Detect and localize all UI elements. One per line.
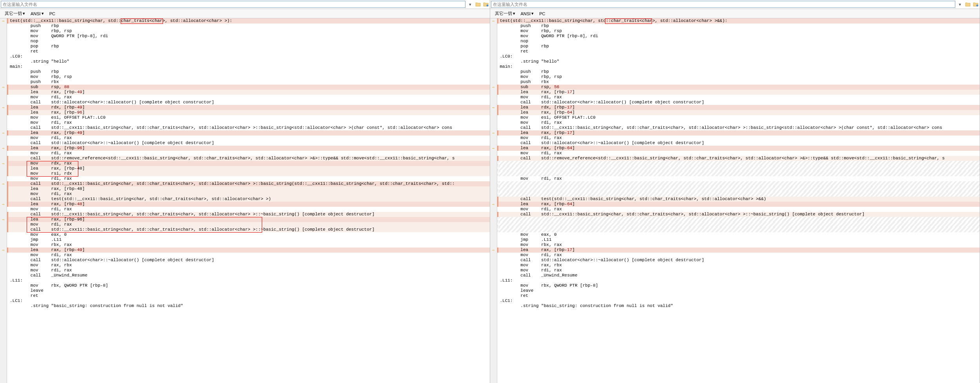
code-line[interactable]: mov rdi, rax (497, 95, 980, 100)
code-line[interactable]: mov rdi, rax (7, 207, 490, 212)
code-line[interactable]: call std::allocator<char>::allocator() [… (497, 100, 980, 105)
code-line[interactable] (497, 171, 980, 176)
code-line[interactable]: lea rdx, [rbp-49] (7, 105, 490, 110)
code-line[interactable]: .L11: (7, 278, 490, 283)
code-line[interactable]: .string "hello" (497, 59, 980, 64)
filename-input-left[interactable] (1, 1, 466, 8)
code-line[interactable]: test(std::__cxx11::basic_string<char, st… (7, 18, 490, 23)
code-line[interactable]: push rbp (497, 69, 980, 74)
code-line[interactable]: lea rax, [rbp-96] (7, 217, 490, 222)
code-line[interactable] (497, 186, 980, 192)
code-line[interactable]: lea rax, [rbp-49] (7, 130, 490, 135)
code-line[interactable]: mov rax, rbx (7, 263, 490, 268)
code-line[interactable]: ret (7, 293, 490, 298)
code-line[interactable]: mov rdi, rax (497, 120, 980, 125)
code-line[interactable]: mov eax, 0 (497, 232, 980, 237)
code-line[interactable]: push rbx (497, 79, 980, 85)
code-line[interactable]: ret (7, 49, 490, 54)
code-line[interactable]: .string "hello" (7, 59, 490, 64)
platform-dropdown[interactable]: PC (537, 11, 547, 17)
code-line[interactable]: mov rdi, rax (497, 176, 980, 181)
code-line[interactable]: mov rdi, rax (7, 176, 490, 181)
code-line[interactable]: push rbx (7, 79, 490, 85)
code-line[interactable]: call std::allocator<char>::~allocator() … (497, 258, 980, 263)
code-line[interactable]: mov rax, rbx (497, 263, 980, 268)
code-line[interactable]: mov rdi, rax (7, 135, 490, 141)
code-line[interactable]: test(std::__cxx11::basic_string<char, st… (497, 18, 980, 23)
code-line[interactable]: mov rdi, rax (497, 253, 980, 258)
code-line[interactable]: lea rax, [rbp-17] (497, 90, 980, 95)
code-line[interactable]: mov rdx, rax (7, 161, 490, 166)
code-line[interactable]: mov rdi, rax (7, 151, 490, 156)
code-line[interactable]: lea rax, [rbp-48] (7, 166, 490, 171)
code-line[interactable]: pop rbp (497, 44, 980, 49)
code-line[interactable]: mov rdi, rax (7, 192, 490, 197)
code-line[interactable]: mov esi, OFFSET FLAT:.LC0 (7, 115, 490, 120)
code-line[interactable]: call std::allocator<char>::~allocator() … (7, 258, 490, 263)
code-line[interactable]: .LC0: (497, 54, 980, 59)
code-line[interactable]: sub rsp, 88 (7, 85, 490, 90)
code-line[interactable]: mov rbx, QWORD PTR [rbp-8] (497, 283, 980, 288)
code-line[interactable]: mov rbx, QWORD PTR [rbp-8] (7, 283, 490, 288)
code-line[interactable]: leave (497, 288, 980, 293)
code-line[interactable]: mov rdi, rax (497, 135, 980, 141)
code-line[interactable]: lea rax, [rbp-48] (7, 186, 490, 192)
code-line[interactable] (497, 161, 980, 166)
code-line[interactable]: .LC1: (497, 298, 980, 304)
code-line[interactable]: lea rax, [rbp-48] (7, 202, 490, 207)
code-line[interactable]: call std::__cxx11::basic_string<char, st… (497, 125, 980, 130)
folder-new-icon[interactable] (483, 1, 489, 7)
code-line[interactable]: .string "basic_string: construction from… (7, 304, 490, 309)
code-line[interactable]: mov rbx, rax (7, 242, 490, 248)
code-line[interactable]: mov QWORD PTR [rbp-8], rdi (7, 34, 490, 39)
code-line[interactable] (497, 181, 980, 186)
code-line[interactable]: mov rdi, rax (497, 207, 980, 212)
code-line[interactable]: main: (7, 64, 490, 69)
code-line[interactable]: call std::__cxx11::basic_string<char, st… (7, 212, 490, 217)
code-line[interactable]: call std::__cxx11::basic_string<char, st… (7, 181, 490, 186)
code-line[interactable]: pop rbp (7, 44, 490, 49)
code-line[interactable]: call std::remove_reference<std::__cxx11:… (497, 156, 980, 161)
filename-input-right[interactable] (491, 1, 956, 8)
code-line[interactable]: ret (497, 293, 980, 298)
code-line[interactable]: mov rbx, rax (497, 242, 980, 248)
code-line[interactable]: call std::remove_reference<std::__cxx11:… (7, 156, 490, 161)
code-line[interactable]: call test(std::__cxx11::basic_string<cha… (7, 197, 490, 202)
code-line[interactable] (497, 227, 980, 232)
code-line[interactable]: main: (497, 64, 980, 69)
code-line[interactable]: lea rdx, [rbp-17] (497, 105, 980, 110)
code-line[interactable]: mov rbp, rsp (497, 29, 980, 34)
filter-dropdown[interactable]: 其它一切 ▾ (2, 10, 27, 17)
code-line[interactable]: mov eax, 0 (7, 232, 490, 237)
code-line[interactable]: .L11: (497, 278, 980, 283)
code-line[interactable]: mov rbp, rsp (7, 29, 490, 34)
code-line[interactable]: call test(std::__cxx11::basic_string<cha… (497, 197, 980, 202)
code-line[interactable] (497, 166, 980, 171)
code-line[interactable]: call std::allocator<char>::allocator() [… (7, 100, 490, 105)
code-line[interactable]: jmp .L11 (497, 237, 980, 242)
code-line[interactable]: push rbp (497, 23, 980, 29)
folder-new-icon[interactable] (973, 1, 979, 7)
code-line[interactable]: mov rdi, rax (7, 222, 490, 227)
code-line[interactable]: call std::__cxx11::basic_string<char, st… (7, 227, 490, 232)
code-line[interactable]: ret (497, 49, 980, 54)
code-line[interactable]: lea rax, [rbp-17] (497, 248, 980, 253)
code-line[interactable]: .LC1: (7, 298, 490, 304)
code-line[interactable]: sub rsp, 56 (497, 85, 980, 90)
code-line[interactable]: call _Unwind_Resume (497, 273, 980, 278)
code-line[interactable]: lea rax, [rbp-49] (7, 248, 490, 253)
code-line[interactable]: mov rbp, rsp (497, 74, 980, 79)
code-line[interactable]: mov rdi, rax (7, 253, 490, 258)
code-line[interactable]: mov rdi, rax (497, 268, 980, 273)
code-line[interactable]: .string "basic_string: construction from… (497, 304, 980, 309)
filename-dropdown-icon[interactable]: ▾ (957, 2, 963, 7)
code-line[interactable]: lea rax, [rbp-64] (497, 110, 980, 115)
code-line[interactable]: call std::allocator<char>::~allocator() … (7, 141, 490, 146)
code-line[interactable] (497, 217, 980, 222)
code-area-left[interactable]: ⇨⇨⇨⇨⇨⇨⇨⇨⇨⇨ test(std::__cxx11::basic_stri… (0, 18, 490, 383)
filename-dropdown-icon[interactable]: ▾ (467, 2, 473, 7)
code-line[interactable]: mov rdi, rax (7, 268, 490, 273)
encoding-dropdown[interactable]: ANSI ▾ (518, 10, 536, 17)
code-line[interactable]: lea rax, [rbp-64] (497, 202, 980, 207)
code-line[interactable]: call std::allocator<char>::~allocator() … (497, 141, 980, 146)
